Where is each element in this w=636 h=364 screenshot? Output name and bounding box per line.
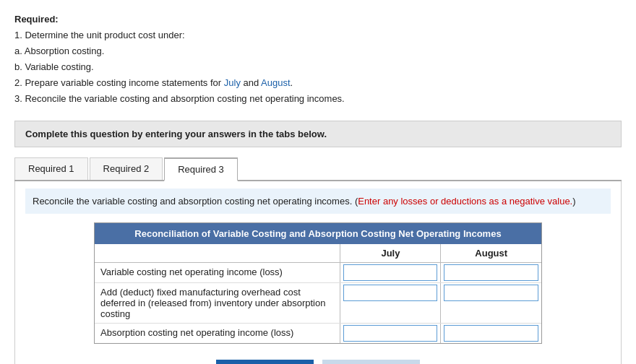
tab-required-2[interactable]: Required 2 [90,157,163,180]
instruction-box: Complete this question by entering your … [14,121,622,147]
required-instructions: Required: 1. Determine the unit product … [14,12,622,108]
req-item-3: 3. Reconcile the variable costing and ab… [14,93,345,104]
req-item-2: 2. Prepare variable costing income state… [14,77,293,88]
row-3-august-cell[interactable] [441,324,541,344]
req-item-1b: b. Variable costing. [14,61,94,72]
row-2-july-input[interactable] [343,285,437,301]
col-header-july: July [340,244,441,263]
row-1-july-cell[interactable] [340,263,441,283]
tab-required-3[interactable]: Required 3 [164,157,238,181]
reconciliation-table: July August Variable costing net operati… [95,244,541,343]
tabs-row: Required 1 Required 2 Required 3 [14,157,622,181]
col-header-label [95,244,340,263]
row-2-august-input[interactable] [444,285,538,301]
row-1-july-input[interactable] [343,264,437,281]
back-button[interactable]: ‹ Required 2 [216,360,314,364]
col-header-august: August [441,244,541,263]
req-item-1a: a. Absorption costing. [14,46,104,56]
page-container: Required: 1. Determine the unit product … [0,0,636,364]
instruction-text: Complete this question by entering your … [25,129,327,139]
tab-required-1[interactable]: Required 1 [14,157,88,180]
row-1-august-cell[interactable] [441,263,541,283]
row-2-label: Add (deduct) fixed manufacturing overhea… [95,283,340,324]
row-2-august-cell[interactable] [441,283,541,324]
tab-content: Reconcile the variable costing and absor… [14,181,622,364]
row-3-july-cell[interactable] [340,324,441,344]
august-link: August [261,77,290,88]
row-1-august-input[interactable] [444,264,538,281]
row-1-label: Variable costing net operating income (l… [95,263,340,283]
row-2-july-cell[interactable] [340,283,441,324]
reconcile-desc-red: Enter any losses or deductions as a nega… [358,196,572,207]
row-3-july-input[interactable] [343,325,437,342]
table-row: Absorption costing net operating income … [95,324,541,344]
table-row: Variable costing net operating income (l… [95,263,541,283]
required-header: Required: [14,14,59,25]
reconcile-description: Reconcile the variable costing and absor… [25,188,611,214]
req-item-1: 1. Determine the unit product cost under… [14,30,185,40]
table-row: Add (deduct) fixed manufacturing overhea… [95,283,541,324]
reconcile-desc-close: ) [572,196,575,207]
row-3-label: Absorption costing net operating income … [95,324,340,344]
reconciliation-table-wrapper: Reconciliation of Variable Costing and A… [94,222,542,344]
row-3-august-input[interactable] [444,325,538,342]
reconcile-desc-plain: Reconcile the variable costing and absor… [33,196,358,207]
table-title: Reconciliation of Variable Costing and A… [95,223,541,244]
nav-buttons: ‹ Required 2 Required 3 › [25,360,611,364]
next-button[interactable]: Required 3 › [322,360,420,364]
july-link: July [224,77,241,88]
